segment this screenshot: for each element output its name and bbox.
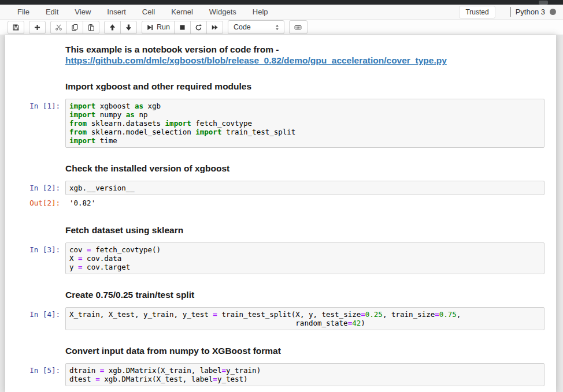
notebook: This example is a notebook version of co… — [5, 44, 556, 386]
code-line: dtrain = xgb.DMatrix(X_train, label=y_tr… — [69, 366, 540, 375]
arrow-down-icon — [125, 24, 132, 31]
window-top-notch — [539, 1, 548, 5]
code-cell[interactable]: In [2]:xgb.__version__ — [5, 181, 556, 195]
run-button[interactable]: Run — [142, 21, 175, 34]
markdown-heading: Check the installed version of xgboost — [65, 163, 545, 174]
code-line: X = cov.data — [69, 254, 540, 263]
input-prompt: In [4]: — [5, 307, 65, 330]
menu-widgets[interactable]: Widgets — [201, 8, 245, 16]
output-area: Out[2]:'0.82' — [5, 196, 556, 210]
code-input[interactable]: import xgboost as xgbimport numpy as npf… — [65, 99, 545, 148]
code-cell[interactable]: In [5]:dtrain = xgb.DMatrix(X_train, lab… — [5, 363, 556, 386]
copy-icon — [71, 24, 79, 31]
plus-icon — [34, 24, 41, 31]
code-line: random_state=42) — [69, 319, 540, 327]
markdown-cell[interactable]: Fetch dataset using sklearn — [65, 225, 545, 236]
code-input[interactable]: dtrain = xgb.DMatrix(X_train, label=y_tr… — [65, 363, 545, 386]
code-line: X_train, X_test, y_train, y_test = train… — [69, 310, 540, 319]
markdown-heading: This example is a notebook version of co… — [65, 44, 545, 55]
code-cell[interactable]: In [1]:import xgboost as xgbimport numpy… — [5, 99, 556, 148]
step-forward-icon — [146, 24, 154, 31]
menu-kernel[interactable]: Kernel — [163, 8, 201, 16]
code-line: from sklearn.model_selection import trai… — [69, 128, 540, 136]
run-label: Run — [157, 23, 170, 31]
code-cell[interactable]: In [4]:X_train, X_test, y_train, y_test … — [5, 307, 556, 330]
fast-forward-icon — [211, 24, 218, 31]
markdown-heading: Fetch dataset using sklearn — [65, 225, 545, 236]
notebook-paper: This example is a notebook version of co… — [5, 35, 556, 392]
toolbar-button-group — [104, 21, 137, 34]
menubar-right: Trusted Python 3 — [459, 6, 563, 18]
copy-button[interactable] — [66, 21, 83, 34]
menu-insert[interactable]: Insert — [99, 8, 134, 16]
code-line: import time — [69, 136, 540, 145]
toolbar-button-group: Run — [142, 21, 223, 34]
code-line: cov = fetch_covtype() — [69, 245, 540, 254]
input-prompt: In [1]: — [5, 99, 65, 148]
menubar: FileEditViewInsertCellKernelWidgetsHelp … — [0, 5, 563, 20]
markdown-link[interactable]: https://github.com/dmlc/xgboost/blob/rel… — [65, 55, 447, 66]
cell-type-select[interactable]: Code — [228, 20, 284, 34]
markdown-cell[interactable]: Import xgboost and other required module… — [65, 81, 545, 92]
input-prompt: In [2]: — [5, 181, 65, 195]
save-icon — [12, 24, 20, 31]
menu-view[interactable]: View — [66, 8, 99, 16]
kernel-separator — [510, 7, 511, 17]
move-up-button[interactable] — [104, 21, 121, 34]
cut-icon — [55, 24, 62, 31]
save-button[interactable] — [8, 21, 24, 34]
notebook-background: This example is a notebook version of co… — [0, 35, 563, 392]
toolbar-button-group — [29, 21, 46, 34]
toolbar-button-group — [8, 21, 24, 34]
input-prompt: In [3]: — [5, 242, 65, 274]
stop-button[interactable] — [174, 21, 191, 34]
command-palette-button[interactable] — [289, 20, 308, 34]
move-down-button[interactable] — [120, 21, 137, 34]
menubar-items: FileEditViewInsertCellKernelWidgetsHelp — [9, 8, 276, 16]
input-prompt: In [5]: — [5, 363, 65, 386]
code-line: import xgboost as xgb — [69, 102, 540, 110]
restart-button[interactable] — [190, 21, 207, 34]
restart-icon — [195, 24, 202, 31]
output-prompt: Out[2]: — [5, 196, 65, 210]
cut-button[interactable] — [50, 21, 67, 34]
markdown-cell[interactable]: Convert input data from numpy to XGBoost… — [65, 345, 545, 356]
cell-type-value: Code — [234, 23, 251, 31]
code-line: dtest = xgb.DMatrix(X_test, label=y_test… — [69, 375, 540, 383]
code-input[interactable]: X_train, X_test, y_train, y_test = train… — [65, 307, 545, 330]
markdown-cell[interactable]: This example is a notebook version of co… — [65, 44, 545, 66]
code-input[interactable]: cov = fetch_covtype()X = cov.datay = cov… — [65, 242, 545, 274]
insert-cell-button[interactable] — [29, 21, 46, 34]
toolbar: Run Code — [0, 20, 563, 35]
keyboard-icon — [294, 24, 302, 31]
code-cell[interactable]: In [3]:cov = fetch_covtype()X = cov.data… — [5, 242, 556, 274]
markdown-cell[interactable]: Check the installed version of xgboost — [65, 163, 545, 174]
markdown-link-line: https://github.com/dmlc/xgboost/blob/rel… — [65, 55, 545, 66]
menu-file[interactable]: File — [9, 8, 38, 16]
menu-edit[interactable]: Edit — [38, 8, 66, 16]
toolbar-button-group — [50, 21, 99, 34]
kernel-name: Python 3 — [516, 8, 545, 16]
stop-icon — [179, 24, 186, 31]
paste-icon — [87, 24, 95, 31]
toolbar-groups: Run — [8, 21, 223, 34]
menu-help[interactable]: Help — [245, 8, 276, 16]
kernel-status-icon — [550, 9, 556, 15]
output-text: '0.82' — [65, 196, 545, 210]
code-line: import numpy as np — [69, 110, 540, 119]
chevron-updown-icon — [273, 24, 281, 31]
window-top-strip — [0, 0, 563, 5]
markdown-heading: Import xgboost and other required module… — [65, 81, 545, 92]
menu-cell[interactable]: Cell — [134, 8, 163, 16]
arrow-up-icon — [109, 24, 116, 31]
paste-button[interactable] — [83, 21, 99, 34]
markdown-heading: Convert input data from numpy to XGBoost… — [65, 345, 545, 356]
markdown-heading: Create 0.75/0.25 train/test split — [65, 289, 545, 300]
code-line: y = cov.target — [69, 263, 540, 271]
markdown-cell[interactable]: Create 0.75/0.25 train/test split — [65, 289, 545, 300]
code-input[interactable]: xgb.__version__ — [65, 181, 545, 195]
restart-run-all-button[interactable] — [206, 21, 223, 34]
trusted-button[interactable]: Trusted — [459, 6, 495, 18]
code-line: from sklearn.datasets import fetch_covty… — [69, 119, 540, 128]
code-line: xgb.__version__ — [69, 184, 540, 192]
